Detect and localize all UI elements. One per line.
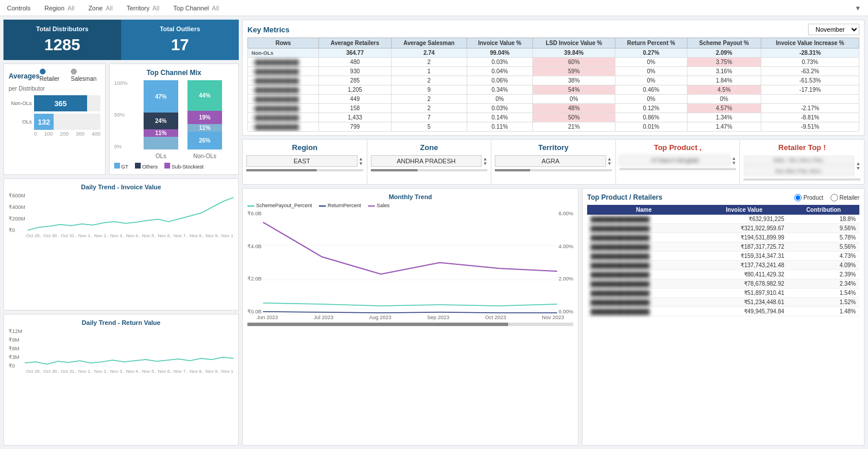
km-cell: 1,433: [319, 113, 392, 122]
averages-title: Averages: [9, 72, 40, 80]
km-cell: -2.17%: [761, 104, 859, 113]
zone-value: ANDHRA PRADESH: [371, 155, 482, 167]
km-cell: 2.74: [391, 48, 467, 58]
total-distributors-card: Total Distributors 1285: [3, 20, 121, 60]
total-outliers-value: 17: [126, 36, 234, 54]
daily-trend-inv-panel: Daily Trend - Invoice Value ₹600M₹400M₹2…: [3, 178, 239, 310]
main-content: Total Distributors 1285 Total Outliers 1…: [0, 16, 868, 449]
tpr-table-container: Name Invoice Value Contribution ████████…: [587, 205, 859, 440]
km-cell: 38%: [532, 76, 615, 85]
km-cell: 0.06%: [467, 76, 533, 85]
km-cell: -8.81%: [761, 113, 859, 122]
territory-filter[interactable]: Territory All: [127, 5, 160, 12]
km-cell: 285: [319, 76, 392, 85]
tpr-name: ████████████████: [587, 261, 701, 270]
top-product-retailers-panel: Top Product / Retailers Product Retailer: [582, 188, 865, 446]
table-row: ▪ ████████████79950.11%21%0.01%1.47%-9.5…: [248, 122, 859, 132]
km-title: Key Metrics: [247, 25, 290, 34]
tpr-contrib: 1.54%: [788, 289, 859, 298]
tpr-inv-val: ₹49,945,794.84: [701, 307, 788, 316]
avg-axis: 0100200300400: [9, 131, 100, 137]
km-cell: 0.01%: [615, 122, 687, 132]
product-radio-label[interactable]: Product: [794, 194, 823, 201]
km-cell: 0%: [467, 95, 533, 104]
region-block: Region EAST ▲ ▼: [243, 140, 367, 184]
km-cell: ▪ ████████████: [248, 85, 319, 95]
km-cell: 60%: [532, 58, 615, 67]
km-cell: 3.16%: [687, 67, 761, 76]
tpr-table: Name Invoice Value Contribution ████████…: [587, 205, 859, 316]
ols-bar-label: OLs: [156, 153, 166, 159]
col-inv-inc: Invoice Value Increase %: [761, 38, 859, 48]
km-cell: 2: [391, 58, 467, 67]
km-cell: 50%: [532, 113, 615, 122]
daily-trend-ret-panel: Daily Trend - Return Value ₹12M₹9M₹6M₹3M…: [3, 314, 239, 446]
collapse-icon[interactable]: ▼: [855, 5, 861, 12]
top-bar: Controls Region All Zone All Territory A…: [0, 0, 868, 16]
ols-stacked-bar: 47% 24% 11%: [144, 80, 178, 149]
territory-block: Territory AGRA ▲ ▼: [491, 140, 616, 184]
km-cell: 21%: [532, 122, 615, 132]
non-ols-stacked-bar: 44% 19% 11% 26%: [187, 80, 222, 149]
tpr-col-contrib: Contribution: [788, 205, 859, 215]
left-panel: Total Distributors 1285 Total Outliers 1…: [0, 16, 242, 449]
tpr-inv-val: ₹632,931,225: [701, 215, 788, 224]
km-cell: ▪ ████████████: [248, 104, 319, 113]
km-cell: -28.31%: [761, 48, 859, 58]
km-header: Key Metrics November October: [247, 24, 859, 35]
region-scroll-arrows[interactable]: ▲ ▼: [359, 157, 363, 166]
tpr-contrib: 2.34%: [788, 279, 859, 289]
km-cell: 0.34%: [467, 85, 533, 95]
top-product-scroll-arrows[interactable]: ▲ ▼: [731, 156, 736, 166]
km-cell: 0.12%: [615, 104, 687, 113]
tpr-inv-val: ₹137,743,241.48: [701, 261, 788, 270]
zone-block: Zone ANDHRA PRADESH ▲ ▼: [367, 140, 492, 184]
km-cell: 0%: [687, 95, 761, 104]
region-filter[interactable]: Region All: [44, 5, 74, 12]
km-cell: -61.53%: [761, 76, 859, 85]
territory-scroll-arrows[interactable]: ▲ ▼: [607, 157, 612, 166]
km-cell: [761, 95, 859, 104]
zone-filter[interactable]: Zone All: [88, 5, 112, 12]
territory-scroll: AGRA ▲ ▼: [495, 155, 612, 168]
daily-trend-inv-title: Daily Trend - Invoice Value: [9, 184, 234, 190]
km-cell: 2: [391, 76, 467, 85]
col-rows: Rows: [248, 38, 319, 48]
col-ret-pct: Return Percent %: [615, 38, 687, 48]
tpr-name: ████████████████: [587, 289, 701, 298]
averages-subtitle: per Distributor: [9, 85, 100, 92]
km-cell: 39.84%: [532, 48, 615, 58]
total-dist-label: Total Distributors: [8, 25, 117, 32]
daily-trend-inv-chart: [28, 193, 234, 233]
km-cell: 9: [391, 85, 467, 95]
daily-trend-ret-title: Daily Trend - Return Value: [9, 319, 234, 326]
tpr-inv-val: ₹80,411,429.32: [701, 270, 788, 279]
km-cell: 1,205: [319, 85, 392, 95]
km-cell: 930: [319, 67, 392, 76]
avg-bar-ols: OLs 132: [9, 114, 100, 130]
month-dropdown[interactable]: November October: [808, 24, 859, 35]
km-cell: 4.57%: [687, 104, 761, 113]
km-cell: 158: [319, 104, 392, 113]
table-row: ▪ ████████████1,20590.34%54%0.46%4.5%-17…: [248, 85, 859, 95]
top-channel-filter[interactable]: Top Channel All: [174, 5, 219, 12]
tpr-inv-val: ₹187,317,725.72: [701, 242, 788, 252]
tpr-name: ████████████████: [587, 298, 701, 307]
retailer-radio[interactable]: [831, 194, 838, 201]
zone-scroll: ANDHRA PRADESH ▲ ▼: [371, 155, 488, 168]
product-radio[interactable]: [794, 194, 802, 201]
controls-item[interactable]: Controls: [7, 5, 31, 12]
km-cell: 0%: [615, 76, 687, 85]
top-retailer-title: Retailer Top !: [779, 143, 826, 152]
top-retailer-scroll-arrows[interactable]: ▲ ▼: [856, 162, 861, 171]
retailer-radio-label[interactable]: Retailer: [831, 194, 859, 201]
table-row: ▪ ████████████28520.06%38%0%1.84%-61.53%: [248, 76, 859, 85]
km-cell: 0%: [615, 95, 687, 104]
right-panel: Key Metrics November October Rows Averag…: [242, 16, 868, 449]
averages-panel: Averages Retailer Salesman per Distribut…: [3, 63, 106, 175]
km-cell: 2: [391, 104, 467, 113]
channel-mix-title: Top Channel Mix: [114, 69, 234, 77]
tpr-contrib: 5.78%: [788, 233, 859, 242]
top-retailer-scroll: Medc.. Dist..Store..Phar.. Dist..Med..Ph…: [743, 155, 861, 177]
zone-scroll-arrows[interactable]: ▲ ▼: [483, 157, 487, 166]
